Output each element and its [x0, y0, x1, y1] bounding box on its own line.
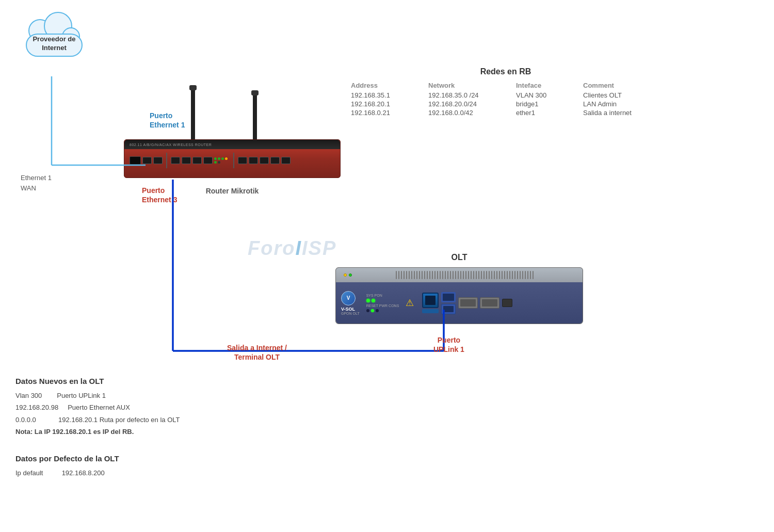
warning-icon: ⚠ — [406, 297, 414, 309]
port-eth9 — [260, 157, 269, 164]
cloud-label: Proveedor de Internet — [21, 35, 88, 53]
olt-title: OLT — [335, 253, 583, 262]
puerto-eth3-label: Puerto Ethernet 3 — [142, 186, 177, 204]
led-group — [214, 157, 230, 164]
console-port — [502, 299, 512, 307]
puerto-uplink1-label: Puerto UPLink 1 — [433, 335, 464, 354]
col-header-network: Network — [428, 82, 511, 90]
cloud-internet-provider: Proveedor de Internet — [15, 21, 93, 72]
olt-front-panel: V V-SOL GPON OLT SYS PON RESET PWR CONS — [336, 282, 583, 324]
pon-led — [372, 299, 375, 302]
port-eth4 — [182, 157, 191, 164]
col-header-address: Address — [351, 82, 423, 90]
port-eth2 — [153, 157, 163, 164]
datos-defecto-olt: Datos por Defecto de la OLT Ip default 1… — [15, 454, 315, 479]
olt-ports — [422, 292, 512, 314]
col-header-comment: Comment — [583, 82, 666, 90]
datos-nuevos-nota: Nota: La IP 192.168.20.1 es IP del RB. — [15, 426, 315, 438]
network-table-grid: Address Network Inteface Comment 192.168… — [351, 82, 660, 117]
datos-nuevos-olt: Datos Nuevos en la OLT Vlan 300 Puerto U… — [15, 377, 315, 438]
sys-led — [366, 299, 370, 302]
port-eth10 — [270, 157, 280, 164]
port-eth1 — [142, 157, 152, 164]
row2-address: 192.168.20.1 — [351, 100, 423, 108]
port-eth8 — [249, 157, 258, 164]
row1-comment: Clientes OLT — [583, 91, 666, 99]
antenna-left-icon — [191, 88, 195, 144]
router-device: 802.11 A/B/G/N/AC/AX WIRELESS ROUTER — [124, 139, 341, 181]
port-eth6 — [203, 157, 213, 164]
row2-network: 192.168.20.0/24 — [428, 100, 511, 108]
port-eth11 — [281, 157, 291, 164]
vsol-logo: V — [341, 291, 356, 305]
puerto-eth1-label: Puerto Ethernet 1 — [150, 111, 185, 130]
port-eth3 — [171, 157, 180, 164]
antenna-right-icon — [253, 93, 257, 144]
datos-defecto-row1: Ip default 192.168.8.200 — [15, 467, 315, 479]
datos-nuevos-row3: 0.0.0.0 192.168.20.1 Ruta por defecto en… — [15, 414, 315, 426]
port-eth5 — [192, 157, 202, 164]
row3-network: 192.168.0.0/42 — [428, 109, 511, 117]
network-table: Redes en RB Address Network Inteface Com… — [351, 67, 660, 117]
port-eth7 — [238, 157, 247, 164]
olt-power-led — [344, 273, 347, 277]
row1-interface: VLAN 300 — [516, 91, 578, 99]
reset-led — [366, 309, 369, 312]
network-table-title: Redes en RB — [351, 67, 660, 76]
olt-device-container: OLT — [335, 253, 583, 324]
port-sfp — [130, 156, 141, 165]
olt-device: V V-SOL GPON OLT SYS PON RESET PWR CONS — [335, 267, 583, 324]
datos-nuevos-row1: Vlan 300 Puerto UPLink 1 — [15, 390, 315, 401]
row3-interface: ether1 — [516, 109, 578, 117]
datos-nuevos-row2: 192.168.20.98 Puerto Ethernet AUX — [15, 401, 315, 413]
datos-defecto-title: Datos por Defecto de la OLT — [15, 454, 315, 463]
row2-comment: LAN Admin — [583, 100, 666, 108]
row1-network: 192.168.35.0 /24 — [428, 91, 511, 99]
row3-address: 192.168.0.21 — [351, 109, 423, 117]
datos-nuevos-title: Datos Nuevos en la OLT — [15, 377, 315, 385]
pwr-led — [371, 309, 374, 312]
cons-led — [376, 309, 379, 312]
col-header-interface: Inteface — [516, 82, 578, 90]
olt-sys-led — [349, 273, 352, 277]
watermark: ForoIISP — [248, 237, 336, 260]
row1-address: 192.168.35.1 — [351, 91, 423, 99]
ethernet-wan-label: Ethernet 1 WAN — [21, 173, 52, 193]
row3-comment: Salida a internet — [583, 109, 666, 117]
salida-internet-label: Salida a Internet / Terminal OLT — [227, 343, 287, 362]
row2-interface: bridge1 — [516, 100, 578, 108]
